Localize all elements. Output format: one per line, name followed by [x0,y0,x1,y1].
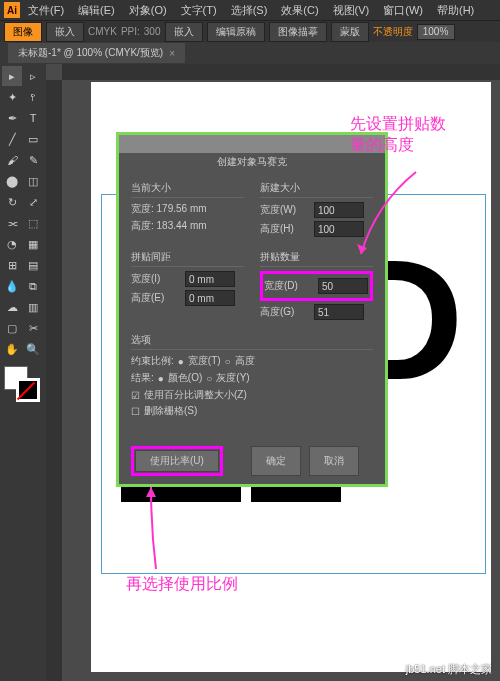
lasso-tool[interactable]: ⫯ [23,87,43,107]
hand-tool[interactable]: ✋ [2,339,22,359]
colormode-label: CMYK [88,26,117,37]
embed-button[interactable]: 嵌入 [46,22,84,42]
count-w-input[interactable] [318,278,368,294]
ppi-label: PPI: [121,26,140,37]
menu-edit[interactable]: 编辑(E) [72,1,121,20]
mask-button[interactable]: 蒙版 [331,22,369,42]
menu-type[interactable]: 文字(T) [175,1,223,20]
width-w-label: 宽度(W) [260,203,310,217]
pen-tool[interactable]: ✒ [2,108,22,128]
image-trace-button[interactable]: 图像描摹 [269,22,327,42]
rectangle-tool[interactable]: ▭ [23,129,43,149]
rotate-tool[interactable]: ↻ [2,192,22,212]
slice-tool[interactable]: ✂ [23,318,43,338]
tab-label: 未标题-1* @ 100% (CMYK/预览) [18,46,163,60]
tab-close-icon[interactable]: × [169,48,175,59]
cancel-button[interactable]: 取消 [309,446,359,476]
canvas-area[interactable]: D 创建对象马赛克 当前大小 宽度: 179.56 mm 高度: 183.44 … [46,64,500,681]
color-swatch[interactable] [2,364,42,404]
current-size-label: 当前大小 [131,181,244,198]
height-h-label: 高度(H) [260,222,310,236]
type-tool[interactable]: T [23,108,43,128]
symbol-tool[interactable]: ☁ [2,297,22,317]
line-tool[interactable]: ╱ [2,129,22,149]
image-button[interactable]: 图像 [4,22,42,42]
app-icon: Ai [4,2,20,18]
menu-object[interactable]: 对象(O) [123,1,173,20]
scale-tool[interactable]: ⤢ [23,192,43,212]
result-gray-radio[interactable]: ○ 灰度(Y) [206,371,249,385]
menu-select[interactable]: 选择(S) [225,1,274,20]
cur-width-text: 宽度: 179.56 mm [131,202,207,216]
use-percent-checkbox[interactable]: ☑ 使用百分比调整大小(Z) [131,388,373,402]
options-label: 选项 [131,333,373,350]
width-i-label: 宽度(I) [131,272,181,286]
brush-tool[interactable]: 🖌 [2,150,22,170]
menu-file[interactable]: 文件(F) [22,1,70,20]
menu-window[interactable]: 窗口(W) [377,1,429,20]
direct-select-tool[interactable]: ▹ [23,66,43,86]
height-g-label: 高度(G) [260,305,310,319]
mesh-tool[interactable]: ⊞ [2,255,22,275]
mosaic-dialog: 创建对象马赛克 当前大小 宽度: 179.56 mm 高度: 183.44 mm… [116,132,388,487]
result-color-radio[interactable]: ● 颜色(O) [158,371,203,385]
free-transform-tool[interactable]: ⬚ [23,213,43,233]
arrow-top [356,164,436,264]
height-e-label: 高度(E) [131,291,181,305]
ppi-value: 300 [144,26,161,37]
pencil-tool[interactable]: ✎ [23,150,43,170]
spacing-h-input[interactable] [185,290,235,306]
tile-spacing-label: 拼贴间距 [131,250,244,267]
workspace: ▸ ▹ ✦ ⫯ ✒ T ╱ ▭ 🖌 ✎ ⬤ ◫ ↻ ⤢ ⫘ ⬚ ◔ ▦ ⊞ ▤ … [0,64,500,681]
options-bar: 图像 嵌入 CMYK PPI: 300 嵌入 编辑原稿 图像描摹 蒙版 不透明度 [0,20,500,42]
cur-height-text: 高度: 183.44 mm [131,219,207,233]
blob-tool[interactable]: ⬤ [2,171,22,191]
tabbar: 未标题-1* @ 100% (CMYK/预览) × [0,42,500,64]
width-d-label: 宽度(D) [264,279,314,293]
use-ratio-button[interactable]: 使用比率(U) [135,450,219,472]
gradient-tool[interactable]: ▤ [23,255,43,275]
toolbar: ▸ ▹ ✦ ⫯ ✒ T ╱ ▭ 🖌 ✎ ⬤ ◫ ↻ ⤢ ⫘ ⬚ ◔ ▦ ⊞ ▤ … [0,64,46,681]
edit-original-button[interactable]: 编辑原稿 [207,22,265,42]
zoom-tool[interactable]: 🔍 [23,339,43,359]
delete-raster-checkbox[interactable]: ☐ 删除栅格(S) [131,404,373,418]
annotation-bottom: 再选择使用比例 [126,574,238,595]
arrow-bottom [126,479,186,574]
result-label: 结果: [131,371,154,385]
ruler-vertical [46,80,62,681]
tile-width-highlight: 宽度(D) [260,271,373,301]
eyedropper-tool[interactable]: 💧 [2,276,22,296]
menu-effect[interactable]: 效果(C) [275,1,324,20]
shape-builder-tool[interactable]: ◔ [2,234,22,254]
graph-tool[interactable]: ▥ [23,297,43,317]
menu-view[interactable]: 视图(V) [327,1,376,20]
spacing-w-input[interactable] [185,271,235,287]
opacity-input[interactable] [417,24,455,40]
selection-tool[interactable]: ▸ [2,66,22,86]
width-tool[interactable]: ⫘ [2,213,22,233]
annotation-top: 先设置拼贴数 量的高度 [350,114,446,156]
constrain-height-radio[interactable]: ○ 高度 [225,354,255,368]
eraser-tool[interactable]: ◫ [23,171,43,191]
use-ratio-highlight: 使用比率(U) [131,446,223,476]
watermark: jb51.net 脚本之家 [406,662,492,677]
ruler-horizontal [62,64,500,80]
menu-help[interactable]: 帮助(H) [431,1,480,20]
dialog-titlebar[interactable] [119,135,385,153]
blend-tool[interactable]: ⧉ [23,276,43,296]
constrain-label: 约束比例: [131,354,174,368]
menubar: Ai 文件(F) 编辑(E) 对象(O) 文字(T) 选择(S) 效果(C) 视… [0,0,500,20]
constrain-width-radio[interactable]: ● 宽度(T) [178,354,221,368]
ok-button[interactable]: 确定 [251,446,301,476]
document-tab[interactable]: 未标题-1* @ 100% (CMYK/预览) × [8,43,185,63]
dialog-title: 创建对象马赛克 [119,153,385,171]
embed2-button[interactable]: 嵌入 [165,22,203,42]
perspective-tool[interactable]: ▦ [23,234,43,254]
count-h-input[interactable] [314,304,364,320]
magic-wand-tool[interactable]: ✦ [2,87,22,107]
artboard-tool[interactable]: ▢ [2,318,22,338]
opacity-label: 不透明度 [373,25,413,39]
